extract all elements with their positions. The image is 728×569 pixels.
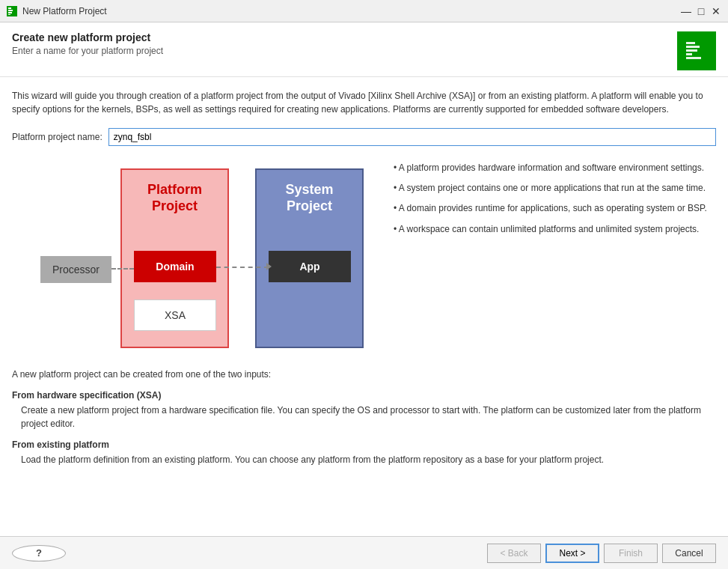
from-platform-body: Load the platform definition from an exi… [12,453,716,466]
svg-rect-9 [686,53,692,55]
close-button[interactable]: ✕ [710,5,722,17]
dialog: Create new platform project Enter a name… [0,22,728,569]
svg-rect-6 [686,42,695,44]
desc-system: • A system project contains one or more … [394,181,716,195]
svg-rect-8 [686,49,697,52]
from-hardware-title: From hardware specification (XSA) [12,389,716,402]
svg-rect-2 [8,10,13,11]
help-button[interactable]: ? [12,545,66,562]
domain-app-arrow [266,263,272,270]
xsa-box: XSA [134,299,216,331]
maximize-button[interactable]: □ [695,5,707,17]
info-section: A new platform project can be created fr… [12,368,716,466]
svg-rect-10 [686,57,701,59]
from-hardware-body: Create a new platform project from a har… [12,404,716,430]
processor-box: Processor [40,256,111,283]
svg-rect-4 [8,14,10,15]
main-section: PlatformProject SystemProject Processor … [12,161,716,356]
app-label: App [299,261,319,273]
dialog-footer: ? < Back Next > Finish Cancel [0,536,728,569]
descriptions: • A platform provides hardware informati… [394,161,716,356]
xsa-label: XSA [165,309,186,321]
dialog-header-icon [677,31,716,70]
from-platform-title: From existing platform [12,438,716,451]
dialog-subtitle: Enter a name for your platform project [12,46,163,56]
dialog-title: Create new platform project [12,31,163,43]
proc-domain-connector [111,268,134,270]
title-bar: New Platform Project — □ ✕ [0,0,728,22]
dialog-content: This wizard will guide you through creat… [0,77,728,536]
info-intro: A new platform project can be created fr… [12,368,716,381]
platform-icon [682,36,712,66]
intro-text: This wizard will guide you through creat… [12,89,716,116]
dialog-header: Create new platform project Enter a name… [0,22,728,77]
app-icon [6,5,18,17]
domain-label: Domain [156,261,194,273]
cancel-button[interactable]: Cancel [662,544,716,563]
project-name-input[interactable] [108,128,716,146]
platform-project-title: PlatformProject [122,170,227,220]
title-bar-left: New Platform Project [6,5,107,17]
svg-rect-7 [686,46,700,48]
footer-right: < Back Next > Finish Cancel [487,544,716,563]
desc-workspace: • A workspace can contain unlimited plat… [394,222,716,237]
domain-app-connector [216,267,269,268]
project-name-label: Platform project name: [12,132,103,142]
app-box: App [269,251,351,282]
diagram: PlatformProject SystemProject Processor … [12,161,379,356]
system-project-title: SystemProject [257,170,362,220]
dialog-header-text: Create new platform project Enter a name… [12,31,163,56]
window-title: New Platform Project [22,6,107,16]
processor-label: Processor [52,264,100,276]
svg-rect-1 [8,7,11,9]
finish-button[interactable]: Finish [604,544,658,563]
minimize-button[interactable]: — [680,5,692,17]
domain-box: Domain [134,251,216,282]
svg-rect-3 [8,12,12,13]
project-name-row: Platform project name: [12,128,716,146]
desc-platform: • A platform provides hardware informati… [394,161,716,175]
title-bar-controls: — □ ✕ [680,5,722,17]
desc-domain: • A domain provides runtime for applicat… [394,201,716,216]
next-button[interactable]: Next > [545,544,599,563]
footer-left: ? [12,545,66,562]
back-button[interactable]: < Back [487,544,541,563]
